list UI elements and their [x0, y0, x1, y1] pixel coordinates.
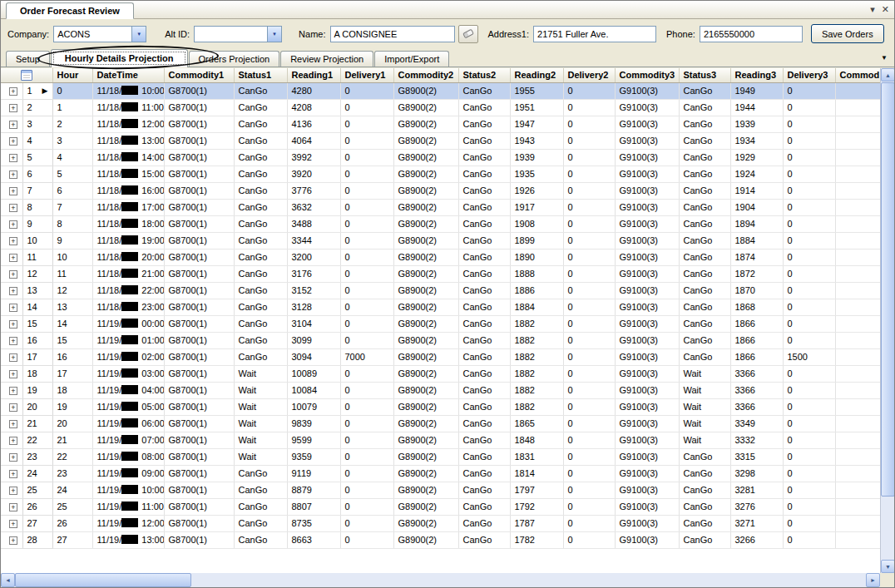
grid-cell-delivery3[interactable]: 0 [783, 415, 835, 432]
grid-cell-datetime[interactable]: 11/18/20:00 [92, 249, 164, 265]
grid-cell-reading3[interactable]: 3298 [730, 465, 783, 482]
grid-cell-commodity1[interactable]: G8700(1) [164, 398, 234, 415]
grid-cell-delivery2[interactable]: 0 [563, 182, 615, 199]
grid-cell-reading2[interactable]: 1848 [510, 432, 563, 448]
grid-cell-commodity3[interactable]: G9100(3) [615, 465, 679, 482]
grid-cell-delivery2[interactable]: 0 [563, 299, 615, 315]
grid-cell-delivery3[interactable]: 0 [783, 365, 835, 382]
grid-cell-delivery1[interactable]: 0 [340, 116, 393, 132]
table-row[interactable]: +6511/18/15:00G8700(1)CanGo39200G8900(2)… [1, 166, 880, 182]
grid-cell-status1[interactable]: CanGo [234, 498, 287, 515]
grid-cell-status1[interactable]: CanGo [234, 299, 287, 315]
grid-cell-delivery2[interactable]: 0 [563, 99, 615, 116]
column-header-delivery2[interactable]: Delivery2 [563, 68, 615, 82]
grid-cell-status1[interactable]: CanGo [234, 199, 287, 215]
grid-cell-clipped[interactable] [835, 166, 880, 182]
grid-cell-clipped[interactable] [835, 448, 880, 465]
grid-cell-commodity3[interactable]: G9100(3) [615, 448, 679, 465]
grid-cell-datetime[interactable]: 11/19/00:00 [92, 315, 164, 332]
grid-cell-commodity2[interactable]: G8900(2) [393, 132, 458, 149]
grid-cell-reading2[interactable]: 1831 [510, 448, 563, 465]
table-row[interactable]: +9811/18/18:00G8700(1)CanGo34880G8900(2)… [1, 215, 880, 232]
row-number-cell[interactable]: 12 [22, 265, 52, 282]
grid-cell-status1[interactable]: Wait [234, 432, 287, 448]
grid-cell-delivery3[interactable]: 0 [783, 149, 835, 166]
grid-cell-commodity1[interactable]: G8700(1) [164, 116, 234, 132]
grid-cell-reading2[interactable]: 1926 [510, 182, 563, 199]
grid-cell-status2[interactable]: CanGo [458, 482, 510, 498]
column-header-delivery1[interactable]: Delivery1 [340, 68, 393, 82]
row-number-cell[interactable]: 10 [22, 232, 52, 249]
grid-cell-delivery2[interactable]: 0 [563, 348, 615, 365]
row-expander[interactable]: + [9, 320, 17, 329]
grid-cell-delivery2[interactable]: 0 [563, 282, 615, 299]
grid-cell-delivery2[interactable]: 0 [563, 265, 615, 282]
grid-cell-status2[interactable]: CanGo [458, 215, 510, 232]
grid-cell-delivery2[interactable]: 0 [563, 415, 615, 432]
grid-cell-commodity2[interactable]: G8900(2) [393, 282, 458, 299]
grid-cell-commodity3[interactable]: G9100(3) [615, 82, 679, 99]
grid-cell-commodity3[interactable]: G9100(3) [615, 398, 679, 415]
row-number-cell[interactable]: 14 [22, 299, 52, 315]
row-expander[interactable]: + [9, 420, 17, 428]
grid-cell-hour[interactable]: 17 [52, 365, 92, 382]
grid-cell-delivery1[interactable]: 0 [340, 215, 393, 232]
grid-cell-clipped[interactable] [835, 515, 880, 531]
row-number-cell[interactable]: 20 [22, 398, 52, 415]
grid-cell-datetime[interactable]: 11/18/21:00 [92, 265, 164, 282]
grid-cell-reading2[interactable]: 1886 [510, 282, 563, 299]
grid-cell-commodity2[interactable]: G8900(2) [393, 166, 458, 182]
row-number-cell[interactable]: 6 [22, 166, 52, 182]
grid-cell-status1[interactable]: CanGo [234, 215, 287, 232]
grid-cell-datetime[interactable]: 11/19/03:00 [92, 365, 164, 382]
row-number-cell[interactable]: 1▶ [22, 82, 52, 99]
row-number-cell[interactable]: 9 [22, 215, 52, 232]
grid-cell-delivery1[interactable]: 0 [340, 265, 393, 282]
grid-cell-status1[interactable]: Wait [234, 382, 287, 398]
table-row[interactable]: +8711/18/17:00G8700(1)CanGo36320G8900(2)… [1, 199, 880, 215]
grid-cell-reading2[interactable]: 1814 [510, 465, 563, 482]
grid-cell-status2[interactable]: CanGo [458, 232, 510, 249]
grid-cell-delivery1[interactable]: 0 [340, 299, 393, 315]
grid-cell-commodity1[interactable]: G8700(1) [164, 249, 234, 265]
grid-cell-datetime[interactable]: 11/19/13:00 [92, 531, 164, 548]
grid-cell-commodity2[interactable]: G8900(2) [393, 448, 458, 465]
grid-cell-delivery2[interactable]: 0 [563, 432, 615, 448]
grid-cell-reading1[interactable]: 3128 [287, 299, 340, 315]
altid-combobox[interactable]: ▼ [194, 26, 282, 42]
grid-cell-reading3[interactable]: 1894 [730, 215, 783, 232]
row-number-cell[interactable]: 8 [22, 199, 52, 215]
column-header-commodity2[interactable]: Commodity2 [393, 68, 458, 82]
grid-cell-reading3[interactable]: 3349 [730, 415, 783, 432]
grid-cell-commodity2[interactable]: G8900(2) [393, 182, 458, 199]
row-expander[interactable]: + [9, 104, 17, 112]
grid-cell-commodity2[interactable]: G8900(2) [393, 398, 458, 415]
grid-cell-status1[interactable]: CanGo [234, 531, 287, 548]
grid-cell-status1[interactable]: CanGo [234, 132, 287, 149]
grid-cell-datetime[interactable]: 11/19/05:00 [92, 398, 164, 415]
table-row[interactable]: +5411/18/14:00G8700(1)CanGo39920G8900(2)… [1, 149, 880, 166]
tab-import-export[interactable]: Import/Export [374, 51, 449, 67]
table-row[interactable]: +171611/19/02:00G8700(1)CanGo30947000G89… [1, 348, 880, 365]
row-number-cell[interactable]: 7 [22, 182, 52, 199]
row-number-cell[interactable]: 13 [22, 282, 52, 299]
grid-cell-reading3[interactable]: 3332 [730, 432, 783, 448]
grid-cell-reading1[interactable]: 9359 [287, 448, 340, 465]
grid-cell-datetime[interactable]: 11/18/23:00 [92, 299, 164, 315]
grid-cell-clipped[interactable] [835, 415, 880, 432]
grid-cell-status3[interactable]: Wait [679, 365, 730, 382]
row-expander[interactable]: + [9, 170, 17, 179]
grid-cell-commodity1[interactable]: G8700(1) [164, 348, 234, 365]
column-header-reading3[interactable]: Reading3 [730, 68, 783, 82]
grid-cell-commodity3[interactable]: G9100(3) [615, 265, 679, 282]
grid-cell-datetime[interactable]: 11/19/08:00 [92, 448, 164, 465]
grid-cell-commodity3[interactable]: G9100(3) [615, 415, 679, 432]
grid-cell-reading1[interactable]: 3152 [287, 282, 340, 299]
vertical-scrollbar[interactable]: ▲ ▼ [880, 68, 894, 573]
grid-cell-delivery1[interactable]: 0 [340, 166, 393, 182]
grid-cell-clipped[interactable] [835, 99, 880, 116]
grid-cell-hour[interactable]: 13 [52, 299, 92, 315]
grid-cell-commodity3[interactable]: G9100(3) [615, 315, 679, 332]
grid-cell-status3[interactable]: CanGo [679, 515, 730, 531]
grid-cell-status1[interactable]: CanGo [234, 182, 287, 199]
